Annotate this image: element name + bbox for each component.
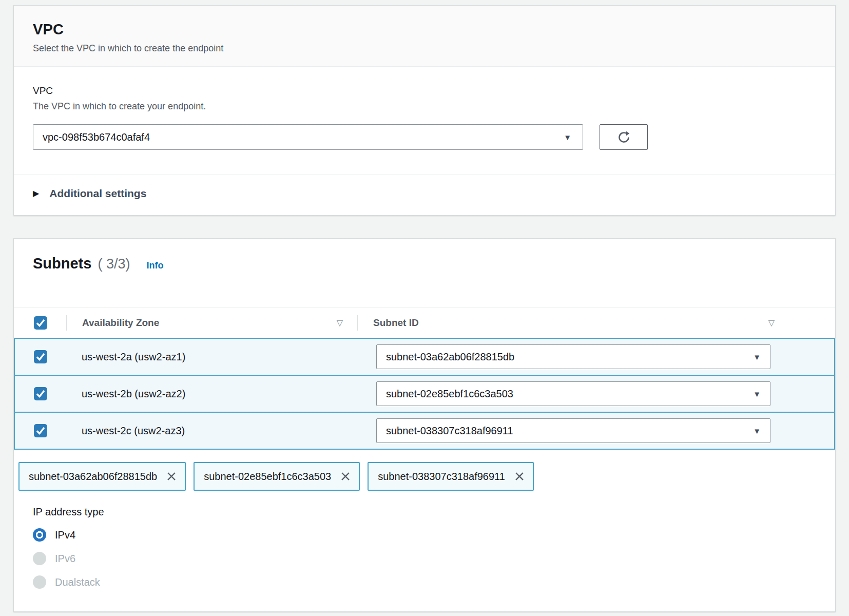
radio-option-dualstack: Dualstack [33,575,835,589]
row-checkbox-cell [15,387,67,400]
sort-icon-availability-zone[interactable]: ▽ [337,319,343,327]
subnet-token: subnet-02e85ebf1c6c3a503 [194,462,360,491]
check-icon [34,387,47,400]
refresh-icon [617,130,631,144]
row-checkbox-cell [15,350,67,363]
row-checkbox[interactable] [34,424,47,437]
row-checkbox[interactable] [34,350,47,363]
availability-zone-cell: us-west-2b (usw2-az2) [67,388,358,400]
remove-token-button[interactable] [340,471,351,482]
subnet-select-value: subnet-038307c318af96911 [386,425,513,437]
availability-zone-cell: us-west-2c (usw2-az3) [67,425,358,437]
subnet-select[interactable]: subnet-038307c318af96911 ▼ [376,418,770,443]
chevron-down-icon: ▼ [753,390,761,398]
subnet-token: subnet-03a62ab06f28815db [18,462,186,491]
subnet-select-value: subnet-03a62ab06f28815db [386,351,514,363]
sort-icon-subnet-id[interactable]: ▽ [768,319,775,327]
ip-address-type-label: IP address type [33,506,835,518]
radio-option-label: IPv4 [55,529,75,541]
close-icon [514,471,525,482]
subnet-id-cell: subnet-038307c318af96911 ▼ [358,418,834,443]
close-icon [166,471,177,482]
chevron-down-icon: ▼ [753,353,761,361]
vpc-card-body: VPC The VPC in which to create your endp… [14,67,835,150]
table-header-row: Availability Zone ▽ Subnet ID ▽ [14,307,835,338]
subnet-select[interactable]: subnet-03a62ab06f28815db ▼ [376,344,770,369]
row-checkbox-cell [15,424,67,437]
radio-option-ipv4[interactable]: IPv4 [33,528,835,542]
page: { "vpc_card": { "title": "VPC", "subtitl… [0,0,849,616]
vpc-select-row: vpc-098f53b674c0afaf4 ▼ [33,124,816,150]
radio-disabled-icon [33,575,46,589]
vpc-field-label: VPC [33,85,816,97]
subnet-table-rows: us-west-2a (usw2-az1) subnet-03a62ab06f2… [14,338,835,450]
radio-option-label: Dualstack [55,576,100,588]
subnet-id-cell: subnet-02e85ebf1c6c3a503 ▼ [358,381,834,406]
vpc-card-header: VPC Select the VPC in which to create th… [14,6,835,67]
chevron-down-icon: ▼ [564,133,571,141]
availability-zone-header-label: Availability Zone [82,317,159,329]
vpc-card: VPC Select the VPC in which to create th… [13,5,836,216]
subnet-token-label: subnet-03a62ab06f28815db [29,471,157,483]
availability-zone-header-cell: Availability Zone ▽ [66,315,357,331]
check-icon [34,350,47,363]
vpc-card-subtitle: Select the VPC in which to create the en… [33,43,816,54]
radio-selected-icon[interactable] [33,528,46,542]
table-row[interactable]: us-west-2b (usw2-az2) subnet-02e85ebf1c6… [14,375,835,413]
check-icon [34,424,47,437]
expand-arrow-icon: ▶ [33,189,39,198]
vpc-select-value: vpc-098f53b674c0afaf4 [43,131,150,143]
subnet-token: subnet-038307c318af96911 [368,462,534,491]
subnets-card-header: Subnets ( 3/3) Info [14,239,835,272]
select-all-cell [14,316,66,330]
remove-token-button[interactable] [166,471,177,482]
remove-token-button[interactable] [514,471,525,482]
refresh-button[interactable] [600,124,648,150]
subnets-selected-count: ( 3/3) [98,256,130,272]
vpc-card-title: VPC [33,21,816,38]
check-icon [34,316,47,330]
vpc-select[interactable]: vpc-098f53b674c0afaf4 ▼ [33,124,583,150]
availability-zone-cell: us-west-2a (usw2-az1) [67,351,358,363]
radio-option-label: IPv6 [55,553,75,565]
additional-settings-expander[interactable]: ▶ Additional settings [14,175,835,215]
radio-option-ipv6: IPv6 [33,552,835,565]
subnet-token-label: subnet-038307c318af96911 [378,471,505,483]
table-row[interactable]: us-west-2c (usw2-az3) subnet-038307c318a… [14,412,835,450]
close-icon [340,471,351,482]
subnet-id-header-cell: Subnet ID ▽ [357,315,835,331]
vpc-field-description: The VPC in which to create your endpoint… [33,101,816,112]
selected-subnet-tokens: subnet-03a62ab06f28815db subnet-02e85ebf… [18,462,831,491]
subnet-select-value: subnet-02e85ebf1c6c3a503 [386,388,513,400]
subnets-card: Subnets ( 3/3) Info Availability Zone ▽ … [13,238,836,612]
ip-address-type-section: IP address type IPv4 IPv6 Dualstack [33,506,835,589]
chevron-down-icon: ▼ [753,427,761,435]
info-link[interactable]: Info [146,260,163,271]
row-checkbox[interactable] [34,387,47,400]
subnet-id-cell: subnet-03a62ab06f28815db ▼ [358,344,834,369]
subnet-select[interactable]: subnet-02e85ebf1c6c3a503 ▼ [376,381,770,406]
table-row[interactable]: us-west-2a (usw2-az1) subnet-03a62ab06f2… [14,338,835,376]
additional-settings-label: Additional settings [49,187,146,200]
subnet-id-header-label: Subnet ID [373,317,419,329]
select-all-checkbox[interactable] [34,316,47,330]
subnets-card-title: Subnets [33,255,91,272]
subnet-token-label: subnet-02e85ebf1c6c3a503 [204,471,331,483]
radio-disabled-icon [33,552,46,565]
